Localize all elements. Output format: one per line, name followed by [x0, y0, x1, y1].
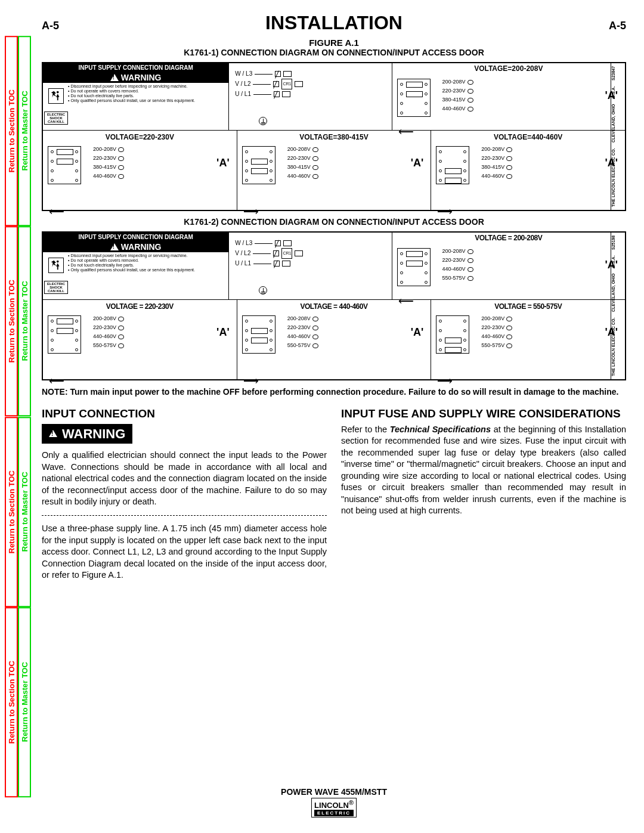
voltage-title: VOLTAGE = 550-575V: [431, 301, 625, 311]
switch-block-icon: [397, 248, 431, 286]
arrow-right-icon: ⟶: [437, 205, 453, 218]
switch-block-icon: [242, 146, 275, 184]
warning-triangle-icon: [49, 430, 57, 437]
page-title: INSTALLATION: [59, 12, 609, 34]
return-section-toc-tab[interactable]: Return to Section TOC: [5, 36, 18, 226]
svg-point-1: [57, 261, 59, 263]
warning-triangle-icon: [110, 74, 119, 81]
warning-bullet-list: Disconnect input power before inspecting…: [68, 253, 227, 298]
terminal-wiring: W / L3 V / L2CR1 U / L1: [229, 63, 392, 130]
return-section-toc-tab[interactable]: Return to Section TOC: [5, 607, 18, 797]
return-master-toc-tab[interactable]: Return to Master TOC: [18, 226, 31, 416]
voltage-title: VOLTAGE=380-415V: [237, 132, 431, 141]
electric-shock-icon: [48, 88, 64, 104]
side-tabs: Return to Section TOC Return to Section …: [5, 36, 31, 797]
switch-block-icon: [48, 315, 81, 354]
voltage-title: VOLTAGE = 440-460V: [237, 301, 431, 311]
voltage-title: VOLTAGE = 200-208V: [392, 233, 625, 242]
connection-diagram-2: INPUT SUPPLY CONNECTION DIAGRAM WARNING …: [42, 231, 626, 380]
dashed-separator: [42, 515, 327, 516]
switch-block-icon: [397, 79, 431, 117]
switch-block-icon: [242, 315, 275, 354]
warning-bullet-list: Disconnect input power before inspecting…: [68, 84, 227, 129]
switch-block-icon: [436, 315, 469, 354]
lincoln-electric-logo: LINCOLN® ELECTRIC: [311, 798, 357, 817]
right-column: INPUT FUSE AND SUPPLY WIRE CONSIDERATION…: [341, 406, 626, 581]
voltage-title: VOLTAGE = 220-230V: [43, 301, 237, 311]
ground-icon: [259, 286, 267, 295]
page-footer: POWER WAVE 455M/MSTT LINCOLN® ELECTRIC: [42, 787, 626, 817]
input-fuse-heading: INPUT FUSE AND SUPPLY WIRE CONSIDERATION…: [341, 406, 626, 422]
arrow-left-icon: ⟵: [49, 374, 64, 388]
paragraph: Refer to the Technical Specifications at…: [341, 424, 626, 518]
switch-block-icon: [436, 146, 469, 184]
return-section-toc-tab[interactable]: Return to Section TOC: [5, 417, 18, 607]
voltage-title: VOLTAGE=440-460V: [431, 132, 625, 141]
shock-label: ELECTRIC SHOCK CAN KILL: [44, 112, 68, 125]
voltage-title: VOLTAGE=200-208V: [392, 63, 625, 73]
note-text: NOTE: Turn main input power to the machi…: [42, 386, 626, 398]
return-master-toc-tab[interactable]: Return to Master TOC: [18, 417, 31, 607]
figure-subtitle-2: K1761-2) CONNECTION DIAGRAM ON CONNECTIO…: [42, 217, 626, 227]
ground-icon: [259, 117, 267, 125]
return-master-toc-tab[interactable]: Return to Master TOC: [18, 607, 31, 797]
warning-triangle-icon: [110, 243, 119, 250]
voltage-title: VOLTAGE=220-230V: [43, 132, 237, 141]
arrow-right-icon: ⟶: [243, 374, 259, 388]
page-number-right: A-5: [609, 20, 626, 32]
arrow-right-icon: ⟶: [437, 374, 453, 388]
manufacturer-strip: THE LINCOLN ELECTRIC CO.CLEVELAND, OHIOU…: [611, 63, 624, 210]
left-column: INPUT CONNECTION WARNING Only a qualifie…: [42, 406, 327, 581]
arrow-right-icon: ⟶: [243, 205, 259, 218]
arrow-left-icon: ⟵: [49, 205, 64, 218]
switch-block-icon: [48, 146, 81, 184]
page-content: A-5 INSTALLATION A-5 FIGURE A.1 K1761-1)…: [42, 12, 626, 821]
voltage-list: 200-208V 220-230V 380-415V 440-460V: [442, 78, 473, 113]
manufacturer-strip: THE LINCOLN ELECTRIC CO.CLEVELAND, OHIOU…: [611, 233, 624, 379]
return-master-toc-tab[interactable]: Return to Master TOC: [18, 36, 31, 226]
diagram-header: INPUT SUPPLY CONNECTION DIAGRAM: [43, 63, 228, 72]
svg-point-0: [57, 91, 59, 94]
return-section-toc-tab[interactable]: Return to Section TOC: [5, 226, 18, 416]
model-name: POWER WAVE 455M/MSTT: [42, 787, 626, 797]
shock-label: ELECTRIC SHOCK CAN KILL: [44, 281, 68, 294]
diagram-header: INPUT SUPPLY CONNECTION DIAGRAM: [43, 233, 228, 241]
paragraph: Use a three-phase supply line. A 1.75 in…: [42, 523, 327, 581]
page-number-left: A-5: [42, 20, 59, 32]
connection-diagram-1: INPUT SUPPLY CONNECTION DIAGRAM WARNING …: [42, 62, 626, 211]
warning-strip: WARNING: [43, 72, 228, 83]
warning-bar: WARNING: [42, 424, 132, 444]
figure-title: FIGURE A.1: [42, 38, 626, 48]
figure-subtitle-1: K1761-1) CONNECTION DIAGRAM ON CONNECTIO…: [42, 48, 626, 57]
input-connection-heading: INPUT CONNECTION: [42, 406, 327, 422]
terminal-wiring: W / L3 V / L2CR1 U / L1: [229, 233, 392, 299]
warning-strip: WARNING: [43, 241, 228, 252]
paragraph: Only a qualified electrician should conn…: [42, 450, 327, 508]
electric-shock-icon: [48, 258, 64, 273]
